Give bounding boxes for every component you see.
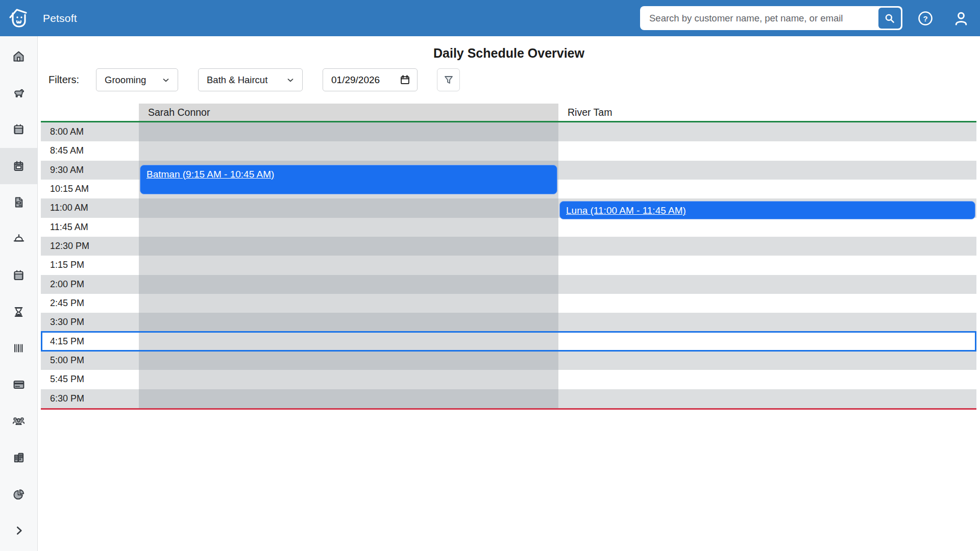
sidebar-item-home[interactable] [0,38,37,75]
appointment-label: Batman (9:15 AM - 10:45 AM) [146,169,274,180]
chevron-down-icon [286,76,295,85]
company-building-icon [12,450,26,465]
time-row: 12:30 PM [41,237,976,256]
schedule-cell[interactable] [139,256,558,274]
time-row: 3:30 PM [41,313,976,332]
schedule-cell[interactable] [558,237,976,256]
time-label: 11:45 AM [41,218,139,237]
search-icon [883,12,896,25]
user-icon [952,9,970,28]
search-box [640,6,902,30]
calendar-icon [12,122,26,136]
time-label: 8:00 AM [41,122,139,141]
schedule-cell[interactable] [139,218,558,237]
time-row: 5:00 PM [41,351,976,370]
staff-header-row: Sarah Connor River Tam [41,104,976,121]
sidebar-item-customers[interactable] [0,403,37,440]
funnel-icon [443,74,455,86]
appointment-luna[interactable]: Luna (11:00 AM - 11:45 AM) [559,201,975,219]
time-label: 3:30 PM [41,313,139,332]
schedule-cell[interactable] [139,370,558,389]
schedule-calendar-icon [12,159,26,173]
expand-chevron-icon [12,524,26,537]
app-logo[interactable] [0,6,38,31]
sidebar-item-calendar[interactable] [0,111,37,148]
schedule-cell[interactable] [139,141,558,160]
schedule-cell[interactable] [558,313,976,332]
time-row: 8:45 AM [41,141,976,160]
time-row: 2:00 PM [41,275,976,294]
sidebar-item-pets[interactable] [0,75,37,112]
schedule-cell[interactable] [558,161,976,180]
sidebar-collapse-button[interactable] [0,513,37,549]
calendar-picker-icon[interactable] [400,74,410,85]
search-input[interactable] [642,8,878,29]
account-button[interactable] [949,7,973,30]
date-value: 01/29/2026 [331,74,380,86]
time-label: 12:30 PM [41,237,139,256]
filter-button[interactable] [437,68,460,91]
schedule-cell[interactable] [139,198,558,217]
time-label: 2:00 PM [41,275,139,294]
time-row: 11:45 AM [41,218,976,237]
dog-icon [12,86,26,100]
sidebar-item-appointments[interactable] [0,257,37,294]
schedule-cell[interactable] [558,256,976,274]
schedule-cell[interactable] [558,180,976,198]
sidebar-item-schedule[interactable] [0,148,37,185]
page-title: Daily Schedule Overview [38,36,980,61]
calendar-alt-icon [12,268,26,282]
reports-pie-icon [12,487,26,502]
schedule-cell[interactable] [139,351,558,370]
help-button[interactable]: ? [914,7,937,30]
app-name: Petsoft [43,12,77,24]
sidebar-item-invoices[interactable] [0,184,37,221]
time-row: 4:15 PM [41,332,976,351]
time-row: 8:00 AM [41,122,976,141]
time-label: 5:45 PM [41,370,139,389]
date-picker-input[interactable]: 01/29/2026 [323,68,418,91]
schedule-cell[interactable] [558,141,976,160]
sidebar-item-barcode[interactable] [0,330,37,367]
sidebar-item-waitlist[interactable] [0,294,37,331]
schedule-cell[interactable] [558,389,976,408]
time-label: 11:00 AM [41,198,139,217]
time-column-header [41,104,139,121]
schedule-cell[interactable] [558,351,976,370]
service-bell-icon [12,232,26,246]
staff-column-header-sarah-connor: Sarah Connor [139,104,558,121]
time-label: 8:45 AM [41,141,139,160]
service-category-select[interactable]: Grooming [96,68,178,91]
schedule-cell[interactable] [139,332,558,351]
sidebar-item-payments[interactable] [0,367,37,404]
svg-text:?: ? [923,14,927,22]
schedule-cell[interactable] [558,275,976,294]
schedule-cell[interactable] [558,370,976,389]
appointment-label: Luna (11:00 AM - 11:45 AM) [566,205,686,216]
schedule-cell[interactable] [558,218,976,237]
sidebar-item-services[interactable] [0,221,37,258]
time-row: 1:15 PM [41,256,976,274]
main-content: Daily Schedule Overview Filters: Groomin… [38,36,980,551]
sidebar-item-company[interactable] [0,440,37,477]
appointment-batman[interactable]: Batman (9:15 AM - 10:45 AM) [140,165,557,195]
time-label: 4:15 PM [41,332,139,351]
time-label: 9:30 AM [41,161,139,180]
schedule-cell[interactable] [139,294,558,313]
schedule-cell[interactable] [139,313,558,332]
filters-bar: Filters: Grooming Bath & Haircut 01/29/2… [38,68,980,91]
schedule-cell[interactable] [139,389,558,408]
schedule-cell[interactable] [558,294,976,313]
schedule-cell[interactable] [558,122,976,141]
schedule-cell[interactable] [139,275,558,294]
search-button[interactable] [878,8,901,29]
schedule-cell[interactable] [139,237,558,256]
customers-group-icon [11,414,26,429]
time-label: 6:30 PM [41,389,139,408]
schedule-cell[interactable] [139,122,558,141]
sidebar-item-reports[interactable] [0,476,37,513]
schedule-cell[interactable] [558,332,976,351]
time-label: 5:00 PM [41,351,139,370]
staff-column-header-river-tam: River Tam [558,104,976,121]
service-type-select[interactable]: Bath & Haircut [198,68,303,91]
